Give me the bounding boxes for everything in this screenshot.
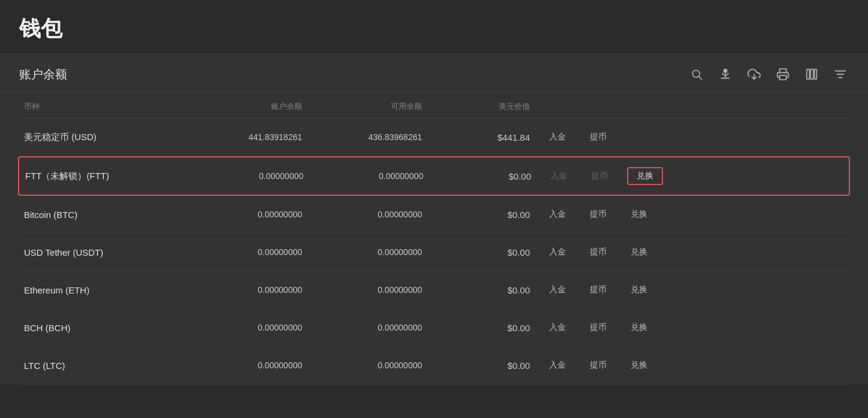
balance-eth: 0.00000000 bbox=[187, 285, 307, 295]
exchange-btn-ftt[interactable]: 兑换 bbox=[627, 167, 663, 185]
table-wrapper: 币种 账户余额 可用余额 美元价值 美元稳定币 (USD)441.8391826… bbox=[0, 93, 868, 384]
col-actions bbox=[535, 101, 849, 112]
currency-name-ftt: FTT（未解锁）(FTT) bbox=[20, 171, 188, 182]
col-usd: 美元价值 bbox=[427, 101, 535, 112]
actions-ftt: 入金提币兑换 bbox=[536, 167, 848, 185]
actions-btc: 入金提币兑换 bbox=[535, 207, 849, 222]
available-ftt: 0.00000000 bbox=[308, 171, 428, 181]
actions-ltc: 入金提币兑换 bbox=[535, 358, 849, 373]
currency-name-usd: 美元稳定币 (USD) bbox=[19, 132, 187, 143]
table-row-usd: 美元稳定币 (USD)441.83918261436.83968261$441.… bbox=[19, 119, 849, 156]
actions-usdt: 入金提币兑换 bbox=[535, 244, 849, 260]
available-usdt: 0.00000000 bbox=[307, 247, 427, 257]
exchange-btn-eth[interactable]: 兑换 bbox=[626, 282, 652, 298]
header-actions bbox=[688, 66, 849, 83]
download-cloud-icon[interactable] bbox=[746, 66, 762, 83]
svg-rect-5 bbox=[807, 69, 810, 80]
table-row-bch: BCH (BCH)0.000000000.00000000$0.00入金提币兑换 bbox=[19, 309, 849, 347]
usd-value-btc: $0.00 bbox=[427, 210, 535, 220]
download-icon[interactable] bbox=[717, 66, 734, 83]
deposit-btn-ftt: 入金 bbox=[545, 168, 572, 184]
usd-value-bch: $0.00 bbox=[427, 323, 535, 333]
withdraw-btn-usd[interactable]: 提币 bbox=[585, 129, 611, 145]
withdraw-btn-bch[interactable]: 提币 bbox=[585, 320, 611, 335]
available-usd: 436.83968261 bbox=[307, 132, 427, 142]
usd-value-eth: $0.00 bbox=[427, 285, 535, 295]
print-icon[interactable] bbox=[774, 66, 791, 83]
wallet-container: 账户余额 bbox=[0, 54, 868, 384]
withdraw-btn-ltc[interactable]: 提币 bbox=[585, 358, 611, 373]
usd-value-usd: $441.84 bbox=[427, 132, 535, 143]
balance-bch: 0.00000000 bbox=[187, 323, 307, 332]
svg-line-1 bbox=[699, 77, 702, 80]
currency-name-btc: Bitcoin (BTC) bbox=[19, 210, 187, 220]
currency-name-ltc: LTC (LTC) bbox=[19, 361, 187, 371]
balance-ftt: 0.00000000 bbox=[188, 171, 308, 181]
currency-name-usdt: USD Tether (USDT) bbox=[19, 247, 187, 258]
filter-icon[interactable] bbox=[832, 66, 849, 83]
exchange-btn-btc[interactable]: 兑换 bbox=[626, 207, 652, 222]
actions-eth: 入金提币兑换 bbox=[535, 282, 849, 298]
col-available: 可用余额 bbox=[307, 101, 427, 112]
usd-value-ltc: $0.00 bbox=[427, 361, 535, 371]
available-bch: 0.00000000 bbox=[307, 323, 427, 332]
deposit-btn-usdt[interactable]: 入金 bbox=[544, 244, 571, 260]
col-balance: 账户余额 bbox=[187, 101, 307, 112]
deposit-btn-ltc[interactable]: 入金 bbox=[544, 358, 571, 373]
deposit-btn-btc[interactable]: 入金 bbox=[544, 207, 571, 222]
withdraw-btn-eth[interactable]: 提币 bbox=[585, 282, 611, 298]
available-eth: 0.00000000 bbox=[307, 285, 427, 295]
table-row-usdt: USD Tether (USDT)0.000000000.00000000$0.… bbox=[19, 234, 849, 271]
section-title: 账户余额 bbox=[19, 66, 67, 83]
available-btc: 0.00000000 bbox=[307, 210, 427, 219]
columns-icon[interactable] bbox=[803, 66, 820, 83]
table-row-btc: Bitcoin (BTC)0.000000000.00000000$0.00入金… bbox=[19, 196, 849, 234]
col-currency: 币种 bbox=[19, 101, 187, 112]
usd-value-ftt: $0.00 bbox=[428, 171, 536, 181]
currency-name-bch: BCH (BCH) bbox=[19, 323, 187, 333]
table-row-eth: Ethereum (ETH)0.000000000.00000000$0.00入… bbox=[19, 271, 849, 309]
currency-name-eth: Ethereum (ETH) bbox=[19, 285, 187, 295]
balance-usdt: 0.00000000 bbox=[187, 247, 307, 257]
withdraw-btn-btc[interactable]: 提币 bbox=[585, 207, 611, 222]
deposit-btn-bch[interactable]: 入金 bbox=[544, 320, 571, 335]
available-ltc: 0.00000000 bbox=[307, 361, 427, 370]
svg-rect-7 bbox=[815, 69, 817, 80]
page-header: 钱包 bbox=[0, 0, 868, 54]
balance-btc: 0.00000000 bbox=[187, 210, 307, 219]
table-row-ftt: FTT（未解锁）(FTT)0.000000000.00000000$0.00入金… bbox=[18, 156, 850, 196]
page-title: 钱包 bbox=[19, 14, 849, 44]
table-row-ltc: LTC (LTC)0.000000000.00000000$0.00入金提币兑换 bbox=[19, 347, 849, 384]
deposit-btn-eth[interactable]: 入金 bbox=[544, 282, 571, 298]
usd-value-usdt: $0.00 bbox=[427, 247, 535, 258]
withdraw-btn-ftt: 提币 bbox=[586, 168, 613, 184]
svg-rect-4 bbox=[780, 75, 786, 80]
balance-ltc: 0.00000000 bbox=[187, 361, 307, 370]
table-body: 美元稳定币 (USD)441.83918261436.83968261$441.… bbox=[19, 119, 849, 384]
balance-usd: 441.83918261 bbox=[187, 132, 307, 142]
section-header: 账户余额 bbox=[0, 54, 868, 93]
svg-rect-6 bbox=[810, 69, 813, 80]
withdraw-btn-usdt[interactable]: 提币 bbox=[585, 244, 611, 260]
exchange-btn-usdt[interactable]: 兑换 bbox=[626, 244, 652, 260]
exchange-btn-bch[interactable]: 兑换 bbox=[626, 320, 652, 335]
column-headers: 币种 账户余额 可用余额 美元价值 bbox=[19, 93, 849, 119]
search-icon[interactable] bbox=[688, 66, 705, 83]
actions-usd: 入金提币 bbox=[535, 129, 849, 145]
deposit-btn-usd[interactable]: 入金 bbox=[544, 129, 571, 145]
actions-bch: 入金提币兑换 bbox=[535, 320, 849, 335]
exchange-btn-ltc[interactable]: 兑换 bbox=[626, 358, 652, 373]
